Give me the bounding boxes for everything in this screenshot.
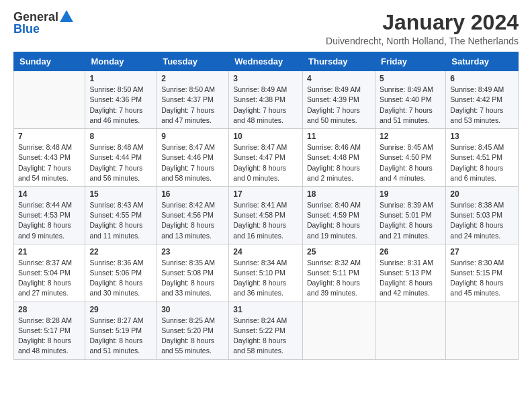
day-number: 24	[233, 247, 298, 257]
day-info: Sunrise: 8:30 AMSunset: 5:15 PMDaylight:…	[450, 258, 514, 299]
day-number: 5	[380, 74, 441, 83]
calendar-cell: 16Sunrise: 8:42 AMSunset: 4:56 PMDayligh…	[157, 186, 229, 244]
day-number: 26	[380, 247, 441, 257]
calendar-cell: 29Sunrise: 8:27 AMSunset: 5:19 PMDayligh…	[85, 302, 157, 359]
calendar-cell	[446, 302, 519, 359]
day-info: Sunrise: 8:27 AMSunset: 5:19 PMDaylight:…	[89, 316, 152, 357]
logo: General Blue	[13, 11, 73, 35]
calendar-cell: 11Sunrise: 8:46 AMSunset: 4:48 PMDayligh…	[303, 129, 375, 187]
calendar-cell: 31Sunrise: 8:24 AMSunset: 5:22 PMDayligh…	[229, 302, 303, 359]
day-number: 29	[89, 305, 152, 314]
header-day-friday: Friday	[375, 52, 445, 71]
calendar-cell: 28Sunrise: 8:28 AMSunset: 5:17 PMDayligh…	[14, 302, 85, 359]
day-info: Sunrise: 8:47 AMSunset: 4:47 PMDaylight:…	[233, 142, 298, 183]
day-number: 16	[161, 189, 224, 199]
calendar-week-row: 14Sunrise: 8:44 AMSunset: 4:53 PMDayligh…	[14, 186, 519, 244]
day-info: Sunrise: 8:37 AMSunset: 5:04 PMDaylight:…	[18, 258, 81, 299]
calendar-cell: 4Sunrise: 8:49 AMSunset: 4:39 PMDaylight…	[303, 71, 375, 129]
title-area: January 2024 Duivendrecht, North Holland…	[326, 11, 519, 46]
header: General Blue January 2024 Duivendrecht, …	[13, 11, 519, 46]
day-info: Sunrise: 8:34 AMSunset: 5:10 PMDaylight:…	[233, 258, 298, 299]
day-info: Sunrise: 8:38 AMSunset: 5:03 PMDaylight:…	[450, 200, 514, 241]
calendar-cell: 26Sunrise: 8:31 AMSunset: 5:13 PMDayligh…	[375, 244, 445, 302]
day-info: Sunrise: 8:44 AMSunset: 4:53 PMDaylight:…	[18, 200, 81, 241]
calendar-cell: 13Sunrise: 8:45 AMSunset: 4:51 PMDayligh…	[446, 129, 519, 187]
day-info: Sunrise: 8:35 AMSunset: 5:08 PMDaylight:…	[161, 258, 224, 299]
day-number: 27	[450, 247, 514, 257]
day-info: Sunrise: 8:32 AMSunset: 5:11 PMDaylight:…	[307, 258, 371, 299]
day-number: 22	[89, 247, 152, 257]
calendar-cell: 23Sunrise: 8:35 AMSunset: 5:08 PMDayligh…	[157, 244, 229, 302]
day-number: 21	[18, 247, 81, 257]
day-info: Sunrise: 8:49 AMSunset: 4:40 PMDaylight:…	[380, 85, 441, 126]
calendar-cell: 3Sunrise: 8:49 AMSunset: 4:38 PMDaylight…	[229, 71, 303, 129]
calendar-week-row: 1Sunrise: 8:50 AMSunset: 4:36 PMDaylight…	[14, 71, 519, 129]
svg-marker-0	[60, 10, 73, 22]
header-day-saturday: Saturday	[446, 52, 519, 71]
calendar-cell: 30Sunrise: 8:25 AMSunset: 5:20 PMDayligh…	[157, 302, 229, 359]
day-number: 10	[233, 132, 298, 141]
day-number: 31	[233, 305, 298, 314]
day-info: Sunrise: 8:39 AMSunset: 5:01 PMDaylight:…	[380, 200, 441, 241]
day-info: Sunrise: 8:36 AMSunset: 5:06 PMDaylight:…	[89, 258, 152, 299]
day-info: Sunrise: 8:49 AMSunset: 4:39 PMDaylight:…	[307, 85, 371, 126]
calendar-cell: 10Sunrise: 8:47 AMSunset: 4:47 PMDayligh…	[229, 129, 303, 187]
location-title: Duivendrecht, North Holland, The Netherl…	[326, 36, 519, 46]
header-day-monday: Monday	[85, 52, 157, 71]
header-day-tuesday: Tuesday	[157, 52, 229, 71]
day-number: 30	[161, 305, 224, 314]
day-number: 6	[450, 74, 514, 83]
day-info: Sunrise: 8:50 AMSunset: 4:37 PMDaylight:…	[161, 85, 224, 126]
calendar-header-row: SundayMondayTuesdayWednesdayThursdayFrid…	[14, 52, 519, 71]
calendar-cell: 9Sunrise: 8:47 AMSunset: 4:46 PMDaylight…	[157, 129, 229, 187]
month-title: January 2024	[326, 11, 519, 34]
calendar-cell: 21Sunrise: 8:37 AMSunset: 5:04 PMDayligh…	[14, 244, 85, 302]
calendar-cell: 7Sunrise: 8:48 AMSunset: 4:43 PMDaylight…	[14, 129, 85, 187]
day-info: Sunrise: 8:45 AMSunset: 4:51 PMDaylight:…	[450, 142, 514, 183]
day-number: 9	[161, 132, 224, 141]
header-day-wednesday: Wednesday	[229, 52, 303, 71]
day-info: Sunrise: 8:46 AMSunset: 4:48 PMDaylight:…	[307, 142, 371, 183]
calendar-cell	[303, 302, 375, 359]
day-number: 3	[233, 74, 298, 83]
day-number: 2	[161, 74, 224, 83]
day-info: Sunrise: 8:49 AMSunset: 4:38 PMDaylight:…	[233, 85, 298, 126]
calendar-cell: 6Sunrise: 8:49 AMSunset: 4:42 PMDaylight…	[446, 71, 519, 129]
day-number: 23	[161, 247, 224, 257]
day-number: 12	[380, 132, 441, 141]
calendar-cell: 15Sunrise: 8:43 AMSunset: 4:55 PMDayligh…	[85, 186, 157, 244]
logo-icon	[60, 10, 73, 22]
day-number: 1	[89, 74, 152, 83]
calendar-cell: 14Sunrise: 8:44 AMSunset: 4:53 PMDayligh…	[14, 186, 85, 244]
calendar-cell: 25Sunrise: 8:32 AMSunset: 5:11 PMDayligh…	[303, 244, 375, 302]
day-info: Sunrise: 8:45 AMSunset: 4:50 PMDaylight:…	[380, 142, 441, 183]
day-info: Sunrise: 8:31 AMSunset: 5:13 PMDaylight:…	[380, 258, 441, 299]
calendar-cell: 18Sunrise: 8:40 AMSunset: 4:59 PMDayligh…	[303, 186, 375, 244]
day-info: Sunrise: 8:40 AMSunset: 4:59 PMDaylight:…	[307, 200, 371, 241]
logo-general: General	[13, 11, 58, 23]
calendar-cell: 17Sunrise: 8:41 AMSunset: 4:58 PMDayligh…	[229, 186, 303, 244]
day-number: 7	[18, 132, 81, 141]
day-number: 28	[18, 305, 81, 314]
day-info: Sunrise: 8:50 AMSunset: 4:36 PMDaylight:…	[89, 85, 152, 126]
day-number: 19	[380, 189, 441, 199]
calendar-cell: 5Sunrise: 8:49 AMSunset: 4:40 PMDaylight…	[375, 71, 445, 129]
calendar-cell	[375, 302, 445, 359]
calendar-cell: 20Sunrise: 8:38 AMSunset: 5:03 PMDayligh…	[446, 186, 519, 244]
calendar-cell: 19Sunrise: 8:39 AMSunset: 5:01 PMDayligh…	[375, 186, 445, 244]
day-info: Sunrise: 8:41 AMSunset: 4:58 PMDaylight:…	[233, 200, 298, 241]
day-number: 8	[89, 132, 152, 141]
day-info: Sunrise: 8:28 AMSunset: 5:17 PMDaylight:…	[18, 316, 81, 357]
day-number: 17	[233, 189, 298, 199]
calendar-body: 1Sunrise: 8:50 AMSunset: 4:36 PMDaylight…	[14, 71, 519, 359]
day-number: 20	[450, 189, 514, 199]
day-number: 4	[307, 74, 371, 83]
day-info: Sunrise: 8:47 AMSunset: 4:46 PMDaylight:…	[161, 142, 224, 183]
day-number: 13	[450, 132, 514, 141]
calendar-week-row: 7Sunrise: 8:48 AMSunset: 4:43 PMDaylight…	[14, 129, 519, 187]
calendar-week-row: 21Sunrise: 8:37 AMSunset: 5:04 PMDayligh…	[14, 244, 519, 302]
calendar-cell: 8Sunrise: 8:48 AMSunset: 4:44 PMDaylight…	[85, 129, 157, 187]
calendar-cell	[14, 71, 85, 129]
calendar-cell: 1Sunrise: 8:50 AMSunset: 4:36 PMDaylight…	[85, 71, 157, 129]
calendar-cell: 2Sunrise: 8:50 AMSunset: 4:37 PMDaylight…	[157, 71, 229, 129]
